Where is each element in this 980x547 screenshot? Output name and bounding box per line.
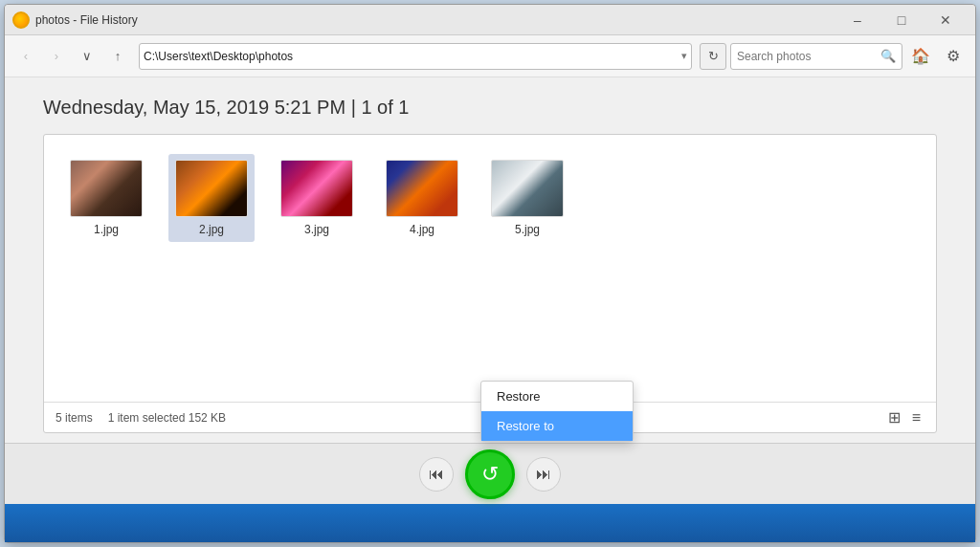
address-dropdown-icon[interactable]: ▾ — [681, 50, 687, 62]
search-button[interactable]: 🔍 — [880, 49, 896, 63]
settings-button[interactable]: ⚙ — [939, 43, 968, 70]
small-icons-view-button[interactable]: ≡ — [908, 406, 924, 428]
date-header: Wednesday, May 15, 2019 5:21 PM | 1 of 1 — [43, 97, 937, 119]
search-input[interactable] — [737, 50, 880, 63]
prev-button[interactable]: ⏮ — [419, 457, 454, 492]
restore-button-container: ↺ Restore Restore to — [465, 449, 515, 499]
close-button[interactable]: ✕ — [924, 5, 968, 35]
app-icon — [12, 11, 30, 29]
back-button[interactable]: ‹ — [12, 43, 39, 70]
file-thumb-2 — [175, 160, 248, 217]
window-title: photos - File History — [35, 13, 835, 27]
nav-bar: ‹ › ∨ ↑ ▾ ↻ 🔍 🏠 ⚙ — [5, 35, 975, 77]
next-button[interactable]: ⏭ — [526, 457, 561, 492]
restore-dropdown: Restore Restore to — [480, 381, 634, 442]
selected-info: 1 item selected 152 KB — [108, 411, 226, 425]
view-icons: ⊞ ≡ — [884, 406, 924, 428]
minimize-button[interactable]: – — [835, 5, 880, 35]
restore-to-option[interactable]: Restore to — [481, 411, 633, 441]
home-button[interactable]: 🏠 — [906, 43, 935, 70]
file-name-2: 2.jpg — [199, 223, 224, 236]
item-count: 5 items — [56, 411, 93, 425]
restore-option[interactable]: Restore — [481, 382, 633, 411]
restore-icon: ↺ — [481, 462, 499, 487]
file-name-5: 5.jpg — [515, 223, 540, 236]
file-item-2[interactable]: 2.jpg — [168, 154, 255, 242]
dropdown-button[interactable]: ∨ — [74, 43, 100, 70]
file-name-4: 4.jpg — [410, 223, 434, 236]
restore-main-button[interactable]: ↺ — [465, 449, 515, 499]
file-name-3: 3.jpg — [304, 223, 329, 236]
file-thumb-5 — [491, 160, 564, 217]
file-name-1: 1.jpg — [94, 223, 119, 236]
large-icons-view-button[interactable]: ⊞ — [884, 406, 904, 428]
search-bar-wrapper: 🔍 — [730, 43, 902, 70]
taskbar — [5, 504, 975, 542]
bottom-bar: ⏮ ↺ Restore Restore to ⏭ — [5, 443, 975, 504]
address-input[interactable] — [144, 50, 681, 63]
address-bar-wrapper: ▾ — [139, 43, 692, 70]
file-grid: 1.jpg 2.jpg 3.jpg 4.jpg 5.jpg — [44, 135, 936, 402]
file-item-4[interactable]: 4.jpg — [379, 154, 465, 242]
file-item-3[interactable]: 3.jpg — [274, 154, 360, 242]
refresh-button[interactable]: ↻ — [700, 43, 726, 70]
file-item-5[interactable]: 5.jpg — [484, 154, 570, 242]
file-thumb-1 — [70, 160, 143, 217]
file-thumb-4 — [386, 160, 458, 217]
file-item-1[interactable]: 1.jpg — [63, 154, 149, 242]
window-controls: – □ ✕ — [835, 5, 968, 35]
up-button[interactable]: ↑ — [104, 43, 131, 70]
forward-button[interactable]: › — [43, 43, 70, 70]
title-bar: photos - File History – □ ✕ — [5, 5, 975, 35]
maximize-button[interactable]: □ — [880, 5, 924, 35]
file-thumb-3 — [280, 160, 353, 217]
